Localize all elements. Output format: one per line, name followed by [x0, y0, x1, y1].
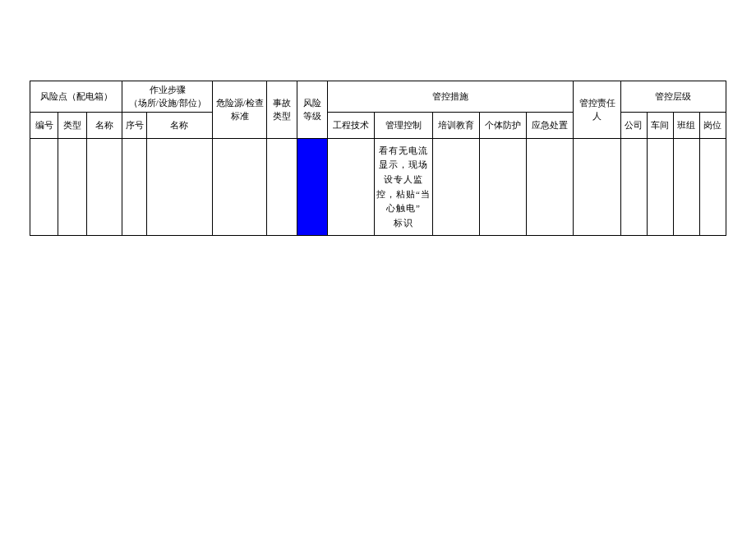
- hdr-type: 类型: [58, 113, 86, 139]
- cell-name: [86, 139, 122, 236]
- cell-emergency: [527, 139, 574, 236]
- hdr-company: 公司: [620, 113, 647, 139]
- hdr-step-name: 名称: [146, 113, 212, 139]
- cell-seq: [122, 139, 147, 236]
- hdr-mgmt-ctrl: 管理控制: [374, 113, 432, 139]
- hdr-risk-point: 风险点（配电箱）: [30, 81, 122, 113]
- cell-control-responsible: [574, 139, 620, 236]
- hdr-accident-type: 事故类型: [267, 81, 297, 139]
- hdr-control-level: 管控层级: [620, 81, 726, 113]
- cell-team: [673, 139, 699, 236]
- cell-num: [30, 139, 58, 236]
- cell-type: [58, 139, 86, 236]
- cell-mgmt-ctrl: 看有无电流显示，现场设专人监控，粘贴“当心触电” 标识: [374, 139, 432, 236]
- cell-company: [620, 139, 647, 236]
- cell-risk-level: [297, 139, 328, 236]
- cell-hazard-std: [213, 139, 267, 236]
- risk-control-table-wrap: 风险点（配电箱） 作业步骤 （场所/设施/部位） 危险源/检查标准 事故类型 风…: [30, 81, 726, 236]
- hdr-team: 班组: [673, 113, 699, 139]
- hdr-control-responsible: 管控责任人: [574, 81, 620, 139]
- cell-workshop: [647, 139, 673, 236]
- hdr-work-step: 作业步骤 （场所/设施/部位）: [122, 81, 213, 113]
- cell-step-name: [146, 139, 212, 236]
- hdr-eng-tech: 工程技术: [327, 113, 374, 139]
- cell-post: [699, 139, 726, 236]
- hdr-num: 编号: [30, 113, 58, 139]
- cell-train-edu: [432, 139, 479, 236]
- hdr-control-measures: 管控措施: [327, 81, 574, 113]
- cell-accident-type: [267, 139, 297, 236]
- table-row: 看有无电流显示，现场设专人监控，粘贴“当心触电” 标识: [30, 139, 726, 236]
- hdr-train-edu: 培训教育: [432, 113, 479, 139]
- hdr-ppe: 个体防护: [480, 113, 527, 139]
- hdr-hazard-std: 危险源/检查标准: [213, 81, 267, 139]
- hdr-workshop: 车间: [647, 113, 673, 139]
- hdr-seq: 序号: [122, 113, 147, 139]
- risk-control-table: 风险点（配电箱） 作业步骤 （场所/设施/部位） 危险源/检查标准 事故类型 风…: [30, 81, 726, 236]
- cell-ppe: [480, 139, 527, 236]
- hdr-name: 名称: [86, 113, 122, 139]
- hdr-risk-level: 风险等级: [297, 81, 328, 139]
- hdr-post: 岗位: [699, 113, 726, 139]
- hdr-emergency: 应急处置: [527, 113, 574, 139]
- cell-eng-tech: [327, 139, 374, 236]
